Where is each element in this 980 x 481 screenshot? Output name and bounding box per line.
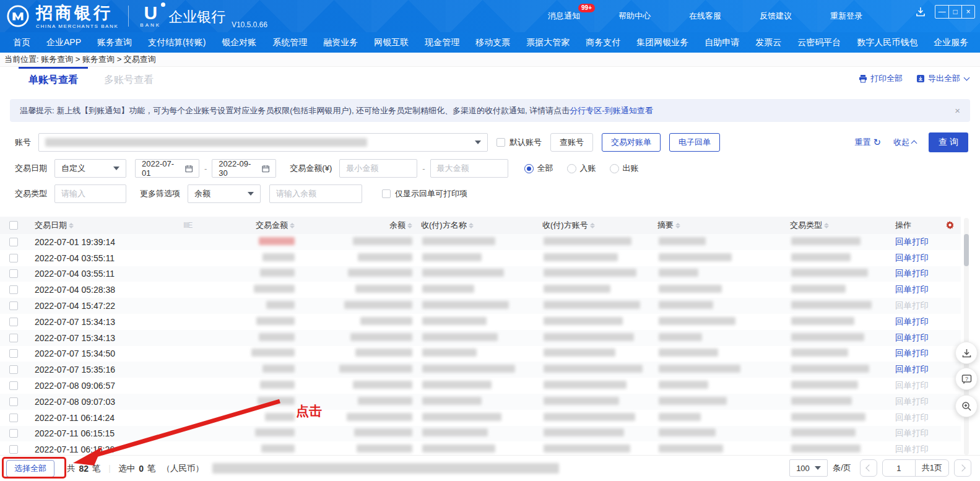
nav-item-11[interactable]: 商务支付: [578, 32, 628, 53]
page-size-select[interactable]: 100: [789, 459, 828, 477]
select-caret-icon: [248, 192, 254, 196]
amount-min-input[interactable]: 最小金额: [339, 159, 417, 178]
row-checkbox[interactable]: [9, 334, 18, 342]
close-button[interactable]: ×: [961, 6, 974, 18]
column-settings-gear-icon[interactable]: [945, 221, 955, 230]
nav-item-0[interactable]: 首页: [5, 32, 38, 53]
notice-link[interactable]: 分行专区-到账通知查看: [570, 105, 653, 116]
header-link-1[interactable]: 帮助中心: [618, 11, 651, 22]
select-all-button[interactable]: 选择全部: [6, 460, 54, 477]
date-mode-select[interactable]: 自定义: [54, 159, 126, 178]
row-checkbox[interactable]: [9, 254, 18, 262]
default-account-checkbox[interactable]: 默认账号: [497, 137, 542, 148]
e-receipt-button[interactable]: 电子回单: [669, 133, 720, 152]
row-checkbox[interactable]: [9, 381, 18, 390]
row-checkbox[interactable]: [9, 285, 18, 294]
next-page-button[interactable]: [954, 459, 971, 477]
search-button[interactable]: 查 询: [929, 132, 968, 152]
scrollbar-thumb[interactable]: [964, 234, 969, 266]
row-checkbox[interactable]: [9, 269, 18, 278]
zoom-in-fab-button[interactable]: [955, 395, 978, 417]
nav-item-4[interactable]: 银企对账: [214, 32, 264, 53]
direction-radio-0[interactable]: 全部: [524, 163, 553, 174]
nav-item-12[interactable]: 集团网银业务: [628, 32, 696, 53]
receipt-print-link[interactable]: 回单打印: [894, 333, 929, 342]
nav-item-10[interactable]: 票据大管家: [518, 32, 578, 53]
export-all-button[interactable]: 导出全部: [916, 73, 969, 84]
direction-radio-1[interactable]: 入账: [567, 163, 596, 174]
header-link-2[interactable]: 在线客服: [689, 11, 721, 22]
nav-item-8[interactable]: 现金管理: [417, 32, 467, 53]
prev-page-button[interactable]: [860, 459, 877, 477]
statement-button[interactable]: 交易对账单: [602, 133, 661, 152]
payee-name-redacted: [422, 349, 477, 357]
page-actions: 打印全部 导出全部: [859, 73, 969, 84]
receipt-print-link[interactable]: 回单打印: [894, 317, 929, 326]
receipt-print-link[interactable]: 回单打印: [894, 269, 929, 278]
row-checkbox[interactable]: [9, 414, 18, 422]
nav-item-3[interactable]: 支付结算(转账): [140, 32, 214, 53]
tab-single-account[interactable]: 单账号查看: [19, 67, 88, 90]
type-input[interactable]: 请输入: [54, 184, 126, 203]
col-balance[interactable]: 余额: [303, 220, 421, 231]
nav-item-18[interactable]: 专区: [976, 32, 980, 53]
table-scrollbar[interactable]: [964, 218, 969, 455]
col-type[interactable]: 交易类型: [790, 220, 894, 231]
col-date[interactable]: 交易日期: [27, 220, 183, 231]
receipt-print-link[interactable]: 回单打印: [894, 285, 929, 294]
col-amount[interactable]: 交易金额: [206, 220, 303, 231]
row-checkbox[interactable]: [9, 301, 18, 310]
nav-item-5[interactable]: 系统管理: [264, 32, 315, 53]
date-to-input[interactable]: 2022-09-30: [212, 159, 276, 178]
receipt-print-link[interactable]: 回单打印: [894, 237, 929, 246]
row-checkbox[interactable]: [9, 318, 18, 326]
download-fab-button[interactable]: [955, 342, 978, 364]
nav-item-9[interactable]: 移动支票: [467, 32, 518, 53]
direction-radio-2[interactable]: 出账: [610, 163, 639, 174]
nav-item-16[interactable]: 数字人民币钱包: [849, 32, 926, 53]
row-checkbox[interactable]: [9, 445, 18, 454]
row-checkbox[interactable]: [9, 429, 18, 438]
row-checkbox[interactable]: [9, 365, 18, 374]
nav-item-14[interactable]: 发票云: [747, 32, 789, 53]
row-checkbox[interactable]: [9, 349, 18, 358]
check-account-button[interactable]: 查账号: [550, 133, 593, 152]
account-select[interactable]: [38, 133, 488, 152]
nav-item-6[interactable]: 融资业务: [315, 32, 366, 53]
header-link-4[interactable]: 重新登录: [830, 11, 862, 22]
print-all-button[interactable]: 打印全部: [859, 73, 903, 84]
receipt-print-link[interactable]: 回单打印: [894, 349, 929, 358]
collapse-button[interactable]: 收起: [893, 137, 916, 148]
tab-multi-account[interactable]: 多账号查看: [94, 67, 163, 90]
receipt-print-link[interactable]: 回单打印: [894, 253, 929, 262]
notice-text: 温馨提示: 新上线【到账通知】功能，可为每个企业账号设置对应业务员权限(包括非网…: [20, 105, 570, 116]
header-link-0[interactable]: 消息通知99+: [548, 11, 580, 22]
minimize-button[interactable]: —: [935, 6, 948, 18]
row-checkbox[interactable]: [9, 238, 18, 246]
col-payee-account[interactable]: 收(付)方账号: [542, 220, 657, 231]
amount-max-input[interactable]: 最大金额: [430, 159, 508, 178]
only-printable-checkbox[interactable]: 仅显示回单可打印项: [382, 188, 467, 199]
col-payee-name[interactable]: 收(付)方名称: [421, 220, 542, 231]
nav-item-13[interactable]: 自助申请: [696, 32, 747, 53]
nav-item-17[interactable]: 企业服务: [926, 32, 976, 53]
header-link-3[interactable]: 反馈建议: [760, 11, 792, 22]
download-client-icon[interactable]: [915, 6, 926, 17]
nav-item-15[interactable]: 云密码平台: [789, 32, 849, 53]
feedback-fab-button[interactable]: ?: [955, 368, 978, 390]
date-from-input[interactable]: 2022-07-01: [135, 159, 199, 178]
nav-item-2[interactable]: 账务查询: [89, 32, 140, 53]
current-page-input[interactable]: 1: [883, 460, 915, 476]
notice-close-icon[interactable]: ×: [955, 105, 960, 116]
more-filter-select[interactable]: 余额: [188, 184, 261, 203]
maximize-button[interactable]: □: [948, 6, 961, 18]
col-summary[interactable]: 摘要: [657, 220, 790, 231]
balance-input[interactable]: 请输入余额: [269, 184, 362, 203]
select-all-checkbox[interactable]: [9, 221, 18, 230]
nav-item-7[interactable]: 网银互联: [366, 32, 417, 53]
balance-redacted: [360, 317, 412, 325]
reset-button[interactable]: 重置 ↻: [854, 137, 881, 148]
nav-item-1[interactable]: 企业APP: [38, 32, 89, 53]
row-checkbox[interactable]: [9, 397, 18, 406]
receipt-print-link[interactable]: 回单打印: [894, 365, 929, 374]
